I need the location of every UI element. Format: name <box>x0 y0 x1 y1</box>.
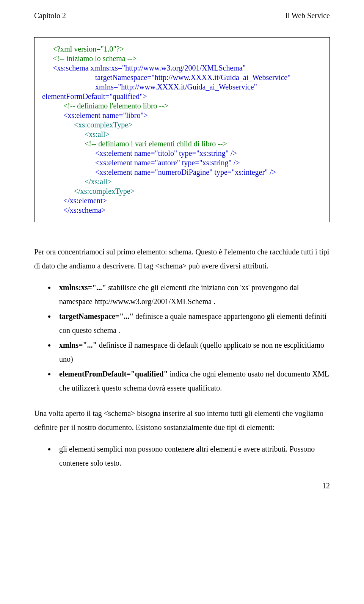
list-item: gli elementi semplici non possono conten… <box>55 442 330 470</box>
code-line: <xs:schema xmlns:xs="http://www.w3.org/2… <box>42 63 246 73</box>
page-header: Capitolo 2 Il Web Service <box>34 11 330 20</box>
code-line: <xs:element name="titolo" type="xs:strin… <box>42 149 237 158</box>
header-right: Il Web Service <box>285 11 330 20</box>
code-line: </xs:complexType> <box>42 187 135 196</box>
code-line: <?xml version="1.0"?> <box>42 44 124 54</box>
attribute-list: xmlns:xs="..." stabilisce che gli elemen… <box>34 281 330 395</box>
list-item-text: definisce il namespace di default (quell… <box>59 341 324 363</box>
code-line: <xs:element name="numeroDiPagine" type="… <box>42 168 276 177</box>
page-number: 12 <box>34 482 330 490</box>
header-left: Capitolo 2 <box>34 11 66 20</box>
list-item: xmlns:xs="..." stabilisce che gli elemen… <box>55 281 330 309</box>
code-line: targetNamespace="http://www.XXXX.it/Guid… <box>42 73 290 82</box>
code-line: <!-- definiamo l'elemento libro --> <box>42 101 168 111</box>
list-item-bold: xmlns="..." <box>59 341 97 349</box>
list-item: elementFromDefault="qualified" indica ch… <box>55 367 330 395</box>
code-line: <!-- iniziamo lo schema --> <box>42 54 136 63</box>
list-item: targetNamespace="..." definisce a quale … <box>55 309 330 337</box>
list-item: xmlns="..." definisce il namespace di de… <box>55 338 330 366</box>
code-line: <xs:complexType> <box>42 120 132 130</box>
list-item-text: gli elementi semplici non possono conten… <box>59 445 315 467</box>
code-line: </xs:element> <box>42 196 107 206</box>
page: Capitolo 2 Il Web Service <?xml version=… <box>0 0 364 502</box>
code-line: </xs:schema> <box>42 206 105 215</box>
element-types-list: gli elementi semplici non possono conten… <box>34 442 330 470</box>
code-block: <?xml version="1.0"?> <!-- iniziamo lo s… <box>34 37 330 222</box>
code-line: <xs:element name="autore" type="xs:strin… <box>42 158 240 168</box>
code-line: <xs:all> <box>42 130 110 139</box>
code-line: </xs:all> <box>42 177 111 187</box>
paragraph: Una volta aperto il tag <schema> bisogna… <box>34 406 330 435</box>
list-item-bold: elementFromDefault="qualified" <box>59 370 168 378</box>
list-item-bold: targetNamespace="..." <box>59 312 133 320</box>
list-item-bold: xmlns:xs="..." <box>59 283 106 292</box>
code-line: <!-- definiamo i vari elementi child di … <box>42 139 227 149</box>
code-line: <xs:element name="libro"> <box>42 111 148 120</box>
code-line: xmlns="http://www.XXXX.it/Guida_ai_Webse… <box>42 82 257 92</box>
code-line: elementFormDefault="qualified"> <box>42 92 147 101</box>
paragraph: Per ora concentriamoci sul primo element… <box>34 245 330 273</box>
